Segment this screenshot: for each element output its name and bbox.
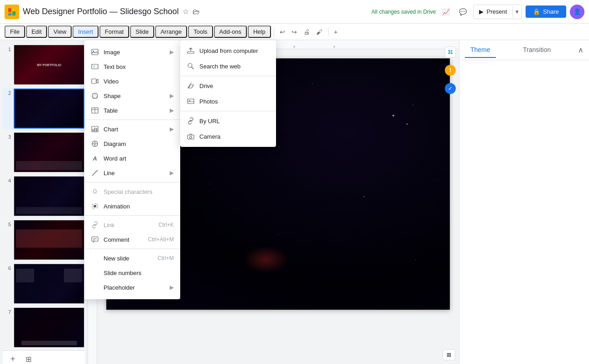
menu-item-animation[interactable]: Animation: [84, 199, 180, 213]
google-calendar-side-icon[interactable]: 31: [444, 46, 457, 58]
zoom-fit-button[interactable]: ⊞: [443, 349, 455, 360]
share-button[interactable]: 🔒 Share: [526, 5, 566, 18]
slide-img-1: MY PORTFOLIO: [14, 45, 84, 85]
submenu-search-web[interactable]: Search the web: [180, 58, 276, 74]
slide-thumb-2[interactable]: 2: [3, 88, 85, 130]
slide-thumb-3[interactable]: 3: [3, 131, 85, 173]
right-panel: Theme Transition ∧: [459, 40, 589, 364]
slide-thumb-4[interactable]: 4: [3, 175, 85, 217]
app-icon: [5, 5, 19, 19]
tab-theme[interactable]: Theme: [465, 42, 496, 58]
slide-img-7: [14, 307, 84, 348]
add-button[interactable]: +: [331, 26, 340, 37]
share-label: Share: [543, 8, 559, 15]
menu-item-line[interactable]: Line ▶: [84, 166, 180, 180]
collapse-panel-button[interactable]: ∧: [578, 46, 584, 54]
right-panel-content: [459, 60, 589, 364]
analytics-button[interactable]: 📈: [439, 6, 453, 17]
menu-file[interactable]: File: [5, 26, 25, 38]
menu-insert[interactable]: Insert: [73, 26, 99, 38]
submenu-photos[interactable]: Photos: [180, 94, 276, 109]
table-arrow: ▶: [170, 107, 174, 114]
drive-icon: [187, 82, 195, 90]
slide-num-2: 2: [4, 90, 11, 96]
slide-thumb-7[interactable]: 7: [3, 307, 85, 348]
paint-format-button[interactable]: 🖌: [313, 26, 325, 37]
svg-rect-17: [96, 128, 97, 131]
camera-label: Camera: [199, 133, 220, 140]
add-slide-button[interactable]: +: [6, 353, 19, 364]
svg-rect-15: [93, 129, 94, 131]
slide-thumb-1[interactable]: 1 MY PORTFOLIO: [3, 44, 85, 86]
menu-slide[interactable]: Slide: [130, 26, 154, 38]
slide-img-3: [14, 132, 84, 172]
star-button[interactable]: ☆: [182, 6, 190, 17]
menu-item-placeholder[interactable]: Placeholder ▶: [84, 280, 180, 295]
link-icon: [91, 221, 99, 229]
drive-label: Drive: [199, 83, 213, 89]
table-icon: [91, 106, 99, 114]
menu-edit[interactable]: Edit: [26, 26, 47, 38]
doc-title-text[interactable]: Web Designer Portfolio — Slidesgo School: [23, 7, 179, 16]
folder-button[interactable]: 🗁: [192, 6, 201, 17]
menu-group-1: Image ▶ T Text box Video Shape ▶: [84, 43, 180, 120]
slide-num-6: 6: [4, 265, 11, 271]
submenu-drive[interactable]: Drive: [180, 78, 276, 94]
line-arrow: ▶: [170, 170, 174, 176]
animation-icon: [91, 202, 99, 210]
menu-item-slide-numbers[interactable]: Slide numbers: [84, 265, 180, 280]
comment-icon: [91, 235, 99, 244]
title-area: Web Designer Portfolio — Slidesgo School…: [23, 6, 368, 17]
submenu-by-url[interactable]: By URL: [180, 113, 276, 129]
slide-num-1: 1: [4, 47, 11, 52]
menu-item-diagram[interactable]: Diagram: [84, 136, 180, 151]
submenu-divider-2: [180, 111, 276, 111]
slide-thumb-6[interactable]: 6: [3, 263, 85, 305]
menu-help[interactable]: Help: [248, 26, 271, 38]
grid-view-button[interactable]: ⊞: [22, 353, 35, 364]
print-button[interactable]: 🖨: [301, 26, 313, 37]
placeholder-icon: [91, 283, 99, 291]
tab-transition[interactable]: Transition: [517, 42, 556, 58]
line-icon: [91, 169, 99, 177]
user-avatar[interactable]: 👤: [570, 5, 584, 19]
slide-img-6: [14, 264, 84, 304]
svg-line-31: [192, 67, 193, 69]
photos-icon: [187, 97, 195, 105]
menu-item-new-slide[interactable]: New slide Ctrl+M: [84, 251, 180, 265]
present-icon: ▶: [479, 8, 484, 15]
menu-view[interactable]: View: [48, 26, 72, 38]
present-main-button[interactable]: ▶ Present: [474, 6, 512, 17]
submenu-camera[interactable]: Camera: [180, 129, 276, 144]
side-icons: 31 ! ✓: [444, 46, 457, 95]
diagram-label: Diagram: [104, 140, 174, 147]
menu-item-image[interactable]: Image ▶: [84, 45, 180, 59]
svg-rect-0: [8, 8, 11, 12]
check-side-icon[interactable]: ✓: [444, 82, 457, 95]
menu-arrange[interactable]: Arrange: [155, 26, 187, 38]
submenu-upload-computer[interactable]: Upload from computer: [180, 43, 276, 58]
lock-icon: 🔒: [533, 8, 540, 15]
comments-button[interactable]: 💬: [456, 6, 469, 17]
svg-marker-10: [93, 94, 97, 98]
menu-item-chart[interactable]: Chart ▶: [84, 122, 180, 136]
menu-format[interactable]: Format: [99, 26, 129, 38]
special-chars-icon: Ω: [91, 187, 99, 196]
menu-item-word-art[interactable]: A Word art: [84, 151, 180, 166]
menu-item-text-box[interactable]: T Text box: [84, 59, 180, 74]
menu-item-video[interactable]: Video: [84, 74, 180, 88]
warning-side-icon[interactable]: !: [444, 64, 457, 77]
menu-item-shape[interactable]: Shape ▶: [84, 88, 180, 103]
text-box-icon: T: [91, 62, 99, 71]
placeholder-arrow: ▶: [170, 284, 174, 291]
menu-tools[interactable]: Tools: [188, 26, 213, 38]
present-dropdown-button[interactable]: ▾: [512, 6, 521, 17]
svg-point-25: [94, 205, 96, 208]
menu-item-table[interactable]: Table ▶: [84, 103, 180, 118]
undo-button[interactable]: ↩: [277, 26, 288, 37]
redo-button[interactable]: ↪: [289, 26, 300, 37]
slide-thumb-5[interactable]: 5: [3, 219, 85, 261]
menu-addons[interactable]: Add-ons: [214, 26, 247, 38]
menu-item-comment[interactable]: Comment Ctrl+Alt+M: [84, 232, 180, 247]
svg-rect-1: [12, 8, 16, 10]
